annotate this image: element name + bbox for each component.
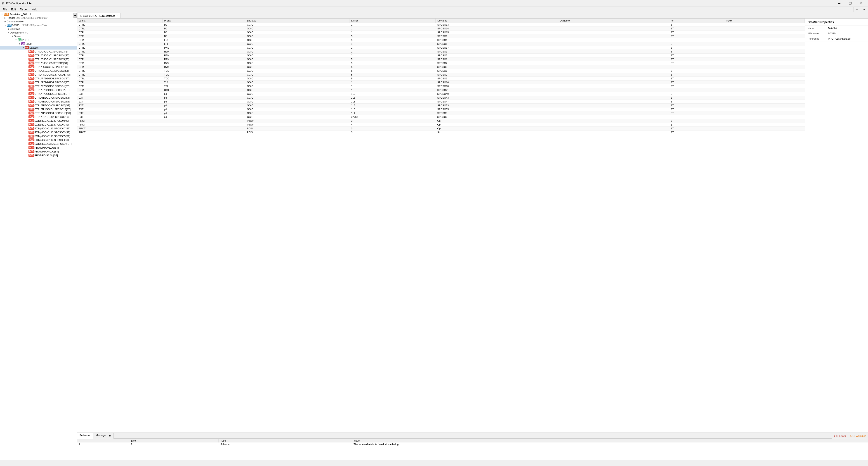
table-row[interactable]: CTRLTDDGGIO5SPCSO3ST <box>77 77 805 81</box>
table-row[interactable]: CTRLPN1GGIO1SPCSO17ST <box>77 46 805 50</box>
table-row[interactable]: CTRLDJGGIO5SPCSO1ST <box>77 34 805 38</box>
tree-item-services[interactable]: ▶ Services <box>0 27 76 31</box>
tree-item-fcd[interactable]: FCD CTRL/F59GGIO5.SPCSO1[ST] <box>0 65 76 69</box>
tree-item-fcd[interactable]: FCD CTRL/R79GGIO1.SPCSO1[ST] <box>0 77 76 80</box>
expander-services[interactable]: ▶ <box>7 28 10 30</box>
tree-item-fcd[interactable]: FCD EXT/pdGGIO32768.SPCSO2[ST] <box>0 142 76 146</box>
menu-target[interactable]: Target <box>18 7 29 11</box>
tree-item-fcd[interactable]: FCD CTRL/TPLGGIO1.SPCSO18[ST] <box>0 111 76 115</box>
expander-ied[interactable]: ▼ <box>4 24 7 26</box>
table-row[interactable]: CTRLTPLGGIO1SPCSO18ST <box>77 84 805 88</box>
tree-item-server[interactable]: ▼ Server <box>0 34 76 38</box>
close-button[interactable]: ✕ <box>856 0 866 7</box>
tree-item-fcd[interactable]: FCD EXT/pdGGIO113.SPCSO47[ST] <box>0 126 76 130</box>
table-row[interactable]: CTRLTDDGGIO5SPCSO2ST <box>77 73 805 77</box>
table-row[interactable]: CTRLR79GGIO5SPCSO2ST <box>77 61 805 65</box>
tree-item-fcd[interactable]: FCD EXT/pdGGIO113.SPCSO43[ST] <box>0 123 76 126</box>
expander-header[interactable]: ▶ <box>4 17 7 19</box>
expander-ld[interactable]: ▼ <box>14 39 18 41</box>
menu-help[interactable]: Help <box>30 7 39 11</box>
tree-item-fcd[interactable]: FCD CTRL/TDDGGIO5.SPCSO1[ST] <box>0 96 76 99</box>
table-cell: pd <box>162 100 245 104</box>
dataset-tab[interactable]: ⊞ S01P01PROT/LLN0.DataSet × <box>78 13 121 18</box>
tree-item-fcd[interactable]: FCD CTRL/R79GGIO5.SPCSO3[ST] <box>0 92 76 96</box>
table-row[interactable]: PROTPTOV4OpST <box>77 123 805 127</box>
tree-item-ds[interactable]: ▼ DS DataSet <box>0 46 76 50</box>
table-row[interactable]: CTRLTL1GGIO1SPCSO16ST <box>77 81 805 84</box>
table-cell <box>558 119 669 123</box>
menu-edit[interactable]: Edit <box>9 7 18 11</box>
issue-row[interactable]: 1 2 Schema The required attribute 'versi… <box>77 442 868 446</box>
tab-problems[interactable]: Problems <box>77 433 93 439</box>
tree-item-fcd[interactable]: FCD CTRL/UC1GGIO1.SPCSO21[ST] <box>0 115 76 119</box>
table-row[interactable]: CTRLLT1GGIO1SPCSO1ST <box>77 42 805 46</box>
tree-item-fcd[interactable]: FCD CTRL/DJGGIO5.SPCSO1[ST] <box>0 61 76 65</box>
expander-ds[interactable]: ▼ <box>22 47 25 49</box>
table-row[interactable]: EXTpdGGIO113SPCSO55ST <box>77 108 805 111</box>
tree-item-ld[interactable]: ▼ LD PROT <box>0 38 76 42</box>
table-row[interactable]: CTRLDJGGIO1SPCSO15ST <box>77 31 805 34</box>
table-cell: pd <box>162 108 245 111</box>
back-button[interactable]: ← <box>854 7 860 12</box>
tree-item-header[interactable]: ▶ Header S01 1.2 IEC61850 Configurator <box>0 16 76 20</box>
maximize-button[interactable]: ❐ <box>845 0 855 7</box>
expander-scl[interactable]: ▼ <box>0 13 4 16</box>
tree-item-scl[interactable]: ▼ SCL Substation_S01.cid <box>0 12 76 16</box>
tree-item-fcd[interactable]: FCD PROT/PDIS3.Op[ST] <box>0 153 76 157</box>
tree-item-fcd[interactable]: FCD CTRL/PN1GGIO1.SPCSO17[ST] <box>0 72 76 77</box>
table-row[interactable]: EXTpdGGIO114SPCSO3ST <box>77 111 805 115</box>
forward-button[interactable]: → <box>861 7 867 12</box>
tree-item-ln[interactable]: ▼ LN LLN0 <box>0 42 76 46</box>
tree-item-fcd[interactable]: FCD EXT/pdGGIO114.SPCSO3[ST] <box>0 138 76 142</box>
table-row[interactable]: CTRLR79GGIO1SPCSO1ST <box>77 50 805 54</box>
tree-item-accesspoint[interactable]: ▼ AccessPoint P1 <box>0 31 76 34</box>
minimize-button[interactable]: ─ <box>834 0 844 7</box>
tree-item-ied[interactable]: ▼ IED S01P01 SIEMENS Siprotec-7SAx <box>0 23 76 27</box>
tab-message-log[interactable]: Message Log <box>93 433 114 439</box>
table-row[interactable]: PROTPDIS3OpST <box>77 127 805 130</box>
tree-item-fcd[interactable]: FCD CTRL/TDDGGIO5.SPCSO2[ST] <box>0 99 76 104</box>
table-row[interactable]: EXTpdGGIO113SPCSO47ST <box>77 100 805 104</box>
table-row[interactable]: CTRLUC1GGIO1SPCSO21ST <box>77 88 805 92</box>
expander-accesspoint[interactable]: ▼ <box>7 31 10 34</box>
tree-item-fcd[interactable]: FCD CTRL/DJGGIO1.SPCSO15[ST] <box>0 57 76 61</box>
tree-item-communication[interactable]: ▶ Communication <box>0 20 76 23</box>
expander-ln[interactable]: ▼ <box>18 43 21 45</box>
table-row[interactable]: EXTpdGGIO32768SPCSO2ST <box>77 115 805 119</box>
table-row[interactable]: CTRLDJGGIO1SPCSO13ST <box>77 23 805 27</box>
table-row[interactable]: PROTPTOV3OpST <box>77 119 805 123</box>
tree-item-fcd[interactable]: FCD EXT/pdGGIO113.SPCSO55[ST] <box>0 134 76 138</box>
table-row[interactable]: PROTPDIS3StrST <box>77 130 805 134</box>
tree-item-fcd[interactable]: FCD CTRL/LT1GGIO1.SPCSO1[ST] <box>0 69 76 72</box>
table-row[interactable]: CTRLR79GGIO1SPCSO2ST <box>77 54 805 57</box>
tree-item-fcd[interactable]: FCD CTRL/TDDGGIO5.SPCSO3[ST] <box>0 104 76 107</box>
table-row[interactable]: CTRLTDDGGIO5SPCSO1ST <box>77 69 805 73</box>
tree-item-fcd[interactable]: FCD CTRL/R79GGIO5.SPCSO2[ST] <box>0 88 76 92</box>
expander-server[interactable]: ▼ <box>11 35 14 37</box>
tree-item-fcd[interactable]: FCD EXT/pdGGIO112.SPCSO49[ST] <box>0 119 76 123</box>
tree-item-fcd[interactable]: FCD CTRL/R79GGIO5.SPCSO1[ST] <box>0 84 76 88</box>
tree-item-fcd[interactable]: FCD CTRL/R79GGIO1.SPCSO2[ST] <box>0 80 76 84</box>
table-row[interactable]: EXTpdGGIO113SPCSO43ST <box>77 96 805 100</box>
table-cell: 1 <box>349 84 435 88</box>
expander-communication[interactable]: ▶ <box>4 20 7 23</box>
tab-close-button[interactable]: × <box>116 14 118 17</box>
tree-item-fcd[interactable]: FCD PROT/PTOV3.Op[ST] <box>0 146 76 149</box>
table-row[interactable]: EXTpdGGIO112SPCSO49ST <box>77 92 805 96</box>
table-cell <box>162 127 245 130</box>
tree-item-fcd[interactable]: FCD EXT/pdGGIO113.SPCSO53[ST] <box>0 130 76 134</box>
table-cell: 3 <box>349 119 435 123</box>
table-row[interactable]: EXTpdGGIO113SPCSO53ST <box>77 104 805 108</box>
table-row[interactable]: CTRLDJGGIO1SPCSO14ST <box>77 27 805 31</box>
tree-collapse-button[interactable]: ◀ <box>73 13 76 18</box>
tree-item-fcd[interactable]: FCD CTRL/DJGGIO1.SPCSO13[ST] <box>0 50 76 53</box>
tree-item-fcd[interactable]: FCD CTRL/TL1GGIO1.SPCSO16[ST] <box>0 107 76 111</box>
menu-file[interactable]: File <box>1 7 9 11</box>
table-row[interactable]: CTRLR79GGIO5SPCSO1ST <box>77 57 805 61</box>
table-row[interactable]: CTRLR79GGIO5SPCSO3ST <box>77 65 805 69</box>
table-cell <box>724 92 805 96</box>
warning-icon: ⚠ <box>849 435 852 437</box>
table-row[interactable]: CTRLF59GGIO5SPCSO1ST <box>77 38 805 42</box>
tree-item-fcd[interactable]: FCD PROT/PTOV4.Op[ST] <box>0 149 76 153</box>
tree-item-fcd[interactable]: FCD CTRL/DJGGIO1.SPCSO14[ST] <box>0 53 76 57</box>
